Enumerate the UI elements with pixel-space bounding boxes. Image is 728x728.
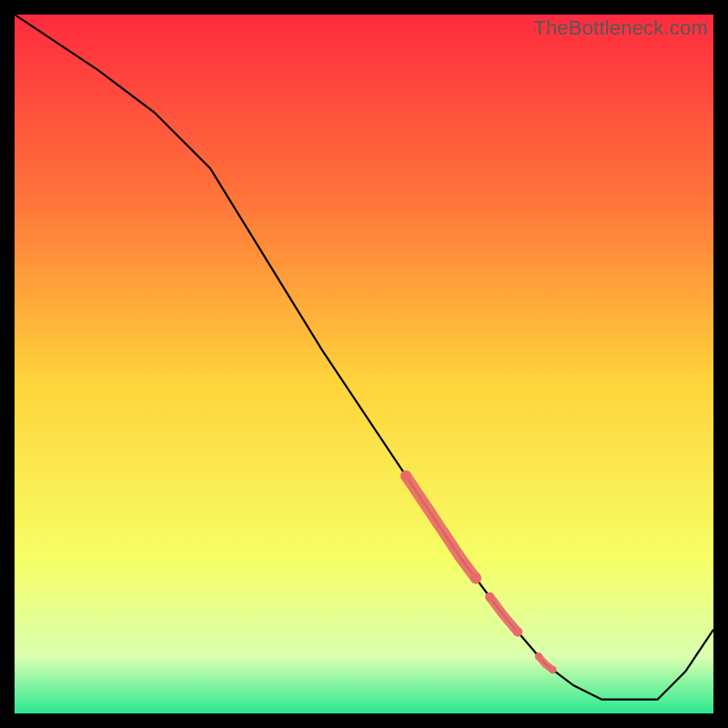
svg-point-6 [549, 666, 556, 673]
svg-point-2 [470, 573, 481, 584]
svg-point-3 [485, 592, 494, 602]
plot-area: TheBottleneck.com [15, 15, 713, 713]
svg-point-4 [513, 627, 522, 636]
watermark-text: TheBottleneck.com [533, 16, 708, 40]
svg-point-1 [400, 470, 411, 481]
chart-frame: TheBottleneck.com [0, 0, 728, 728]
chart-svg [15, 15, 713, 713]
highlight-markers [400, 470, 556, 673]
bottleneck-curve-line [15, 15, 713, 700]
svg-point-5 [535, 652, 542, 660]
